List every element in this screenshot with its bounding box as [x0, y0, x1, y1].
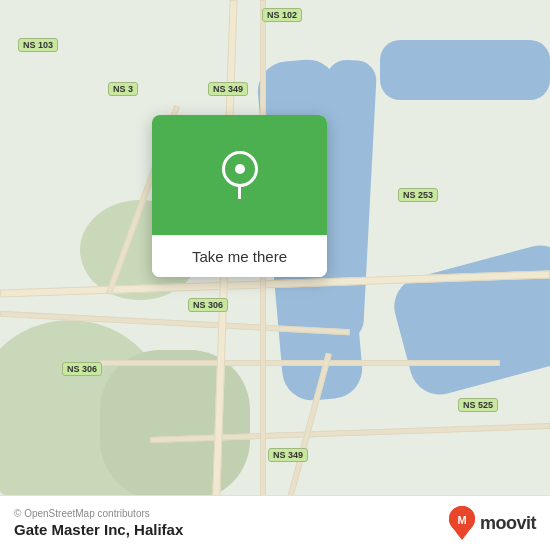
location-title: Gate Master Inc, Halifax: [14, 521, 183, 538]
map-pin: [222, 151, 258, 199]
green-area-2: [100, 350, 250, 500]
popup-map-area: [152, 115, 327, 235]
location-popup: Take me there: [152, 115, 327, 277]
road-label-ns103: NS 103: [18, 38, 58, 52]
road-label-ns525: NS 525: [458, 398, 498, 412]
road-horizontal-3: [100, 360, 500, 366]
road-label-ns306_left: NS 306: [62, 362, 102, 376]
bottom-left-info: © OpenStreetMap contributors Gate Master…: [14, 508, 183, 538]
pin-circle: [222, 151, 258, 187]
svg-text:M: M: [457, 514, 466, 526]
road-label-ns102: NS 102: [262, 8, 302, 22]
osm-credit: © OpenStreetMap contributors: [14, 508, 183, 519]
moovit-pin-icon: M: [448, 506, 476, 540]
road-label-ns349_bot: NS 349: [268, 448, 308, 462]
moovit-text: moovit: [480, 513, 536, 534]
road-label-ns3: NS 3: [108, 82, 138, 96]
map-container: NS 103NS 3NS 102NS 349NS 253NS 306NS 306…: [0, 0, 550, 550]
water-river-3: [380, 40, 550, 100]
road-label-ns349_top: NS 349: [208, 82, 248, 96]
moovit-logo: M moovit: [448, 506, 536, 540]
road-label-ns306_mid: NS 306: [188, 298, 228, 312]
road-label-ns253: NS 253: [398, 188, 438, 202]
pin-tail: [238, 187, 241, 199]
bottom-bar: © OpenStreetMap contributors Gate Master…: [0, 495, 550, 550]
take-me-there-button[interactable]: Take me there: [152, 235, 327, 277]
